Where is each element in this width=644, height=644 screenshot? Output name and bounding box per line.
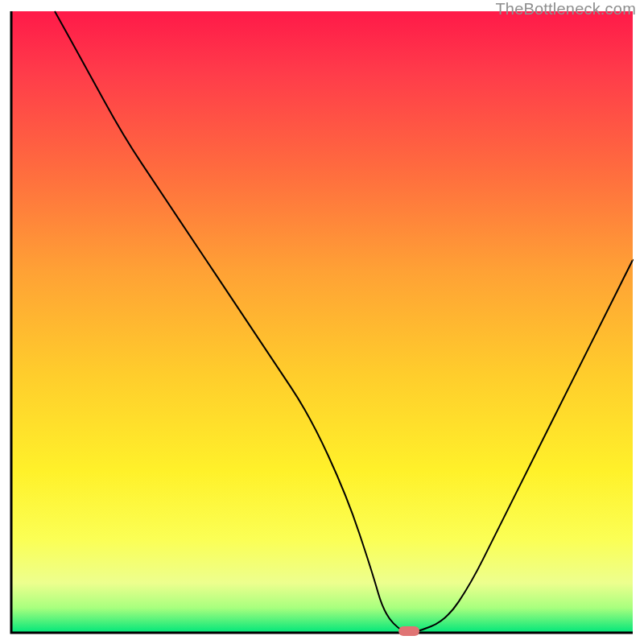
bottleneck-chart: TheBottleneck.com <box>0 0 644 644</box>
watermark-text: TheBottleneck.com <box>495 0 636 19</box>
axis-frame <box>11 11 633 633</box>
bottleneck-curve <box>55 11 633 633</box>
optimum-marker <box>398 626 419 636</box>
chart-svg <box>0 0 644 644</box>
